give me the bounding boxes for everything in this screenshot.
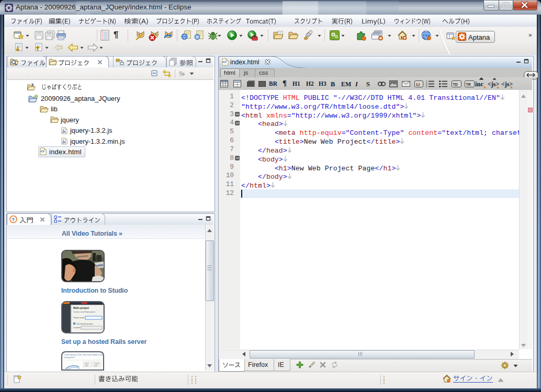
svg-text:seeking plan?: seeking plan? <box>64 356 75 359</box>
svg-text:Create a new Rails project: Create a new Rails project <box>73 311 95 313</box>
svg-text:?: ? <box>12 216 15 222</box>
svg-text:TD: TD <box>453 82 458 86</box>
svg-text:3: 3 <box>426 86 427 88</box>
svg-text:<>: <> <box>40 150 44 154</box>
svg-text:Rails project: Rails project <box>73 306 89 309</box>
svg-text:Project name:: Project name: <box>73 317 85 319</box>
svg-text:TR: TR <box>466 82 471 86</box>
svg-text:S: S <box>64 131 66 133</box>
svg-text:Use default location: Use default location <box>76 323 93 325</box>
svg-text:S: S <box>64 141 66 144</box>
svg-text:3.56: 3.56 <box>85 365 88 367</box>
svg-text:Location:: Location: <box>73 327 81 329</box>
svg-text:<>: <> <box>222 61 227 64</box>
svg-text:s, their adventure from, step: s, their adventure from, step in your st… <box>64 354 104 356</box>
svg-text:LI: LI <box>416 82 420 86</box>
svg-text:0.00: 0.00 <box>94 365 97 367</box>
